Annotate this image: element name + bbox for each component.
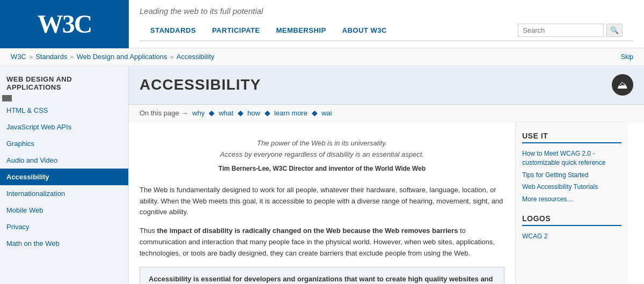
on-page-label: On this page → <box>140 109 188 117</box>
sidebar: WEB DESIGN AND APPLICATIONS HTML & CSS J… <box>0 65 129 284</box>
breadcrumb-standards[interactable]: Standards <box>35 53 67 61</box>
logos-section: LOGOS WCAG 2 <box>516 210 628 247</box>
sidebar-item-i18n[interactable]: Internationalization <box>0 185 128 202</box>
use-it-section: USE IT How to Meet WCAG 2.0 - customizab… <box>516 127 628 210</box>
sidebar-item-accessibility[interactable]: Accessibility <box>0 169 128 185</box>
sidebar-item-math[interactable]: Math on the Web <box>0 235 128 252</box>
rs-link-wcag[interactable]: How to Meet WCAG 2.0 - customizable quic… <box>522 148 621 169</box>
sidebar-right: USE IT How to Meet WCAG 2.0 - customizab… <box>515 122 628 284</box>
quote-attribution: Tim Berners-Lee, W3C Director and invent… <box>150 164 494 174</box>
sidebar-item-graphics[interactable]: Graphics <box>0 135 128 152</box>
sidebar-item-privacy[interactable]: Privacy <box>0 219 128 235</box>
para2-bold: the impact of disability is radically ch… <box>157 227 458 235</box>
skip-link[interactable]: Skip <box>621 53 633 61</box>
use-it-title: USE IT <box>522 132 621 143</box>
dot-4: ◆ <box>312 109 317 117</box>
on-page-what[interactable]: what <box>218 109 233 117</box>
on-page-nav: On this page → why ◆ what ◆ how ◆ learn … <box>129 105 644 122</box>
para2-prefix: Thus <box>140 227 157 235</box>
main-layout: WEB DESIGN AND APPLICATIONS HTML & CSS J… <box>0 65 644 284</box>
content-split: The power of the Web is in its universal… <box>129 122 644 284</box>
breadcrumb: W3C » Standards » Web Design and Applica… <box>0 48 644 65</box>
nav-participate[interactable]: PARTICIPATE <box>212 26 260 34</box>
site-header: W3C Leading the web to its full potentia… <box>0 0 644 48</box>
sidebar-item-html-css[interactable]: HTML & CSS <box>0 102 128 119</box>
rs-link-more[interactable]: More resources… <box>522 193 621 206</box>
quote-line1: The power of the Web is in its universal… <box>150 138 494 149</box>
highlight-box: Accessibility is essential for developer… <box>140 267 504 284</box>
on-page-how[interactable]: how <box>247 109 260 117</box>
rs-link-tutorials[interactable]: Web Accessibility Tutorials <box>522 181 621 193</box>
sidebar-icon <box>2 95 12 101</box>
breadcrumb-web-design[interactable]: Web Design and Applications <box>77 53 167 61</box>
logo-area[interactable]: W3C <box>0 0 129 48</box>
sidebar-item-audio-video[interactable]: Audio and Video <box>0 152 128 169</box>
tagline: Leading the web to its full potential <box>140 6 633 16</box>
search-area: 🔍 <box>518 24 623 37</box>
dot-1: ◆ <box>209 109 214 117</box>
nav-about[interactable]: ABOUT W3C <box>342 26 387 34</box>
para2: Thus the impact of disability is radical… <box>140 225 504 259</box>
page-icon: ⛰ <box>612 74 633 96</box>
breadcrumb-w3c[interactable]: W3C <box>11 53 26 61</box>
breadcrumb-sep-2: » <box>70 53 74 61</box>
logos-title: LOGOS <box>522 214 621 226</box>
search-input[interactable] <box>518 24 604 37</box>
dot-2: ◆ <box>238 109 243 117</box>
on-page-learn-more[interactable]: learn more <box>274 109 308 117</box>
rs-logo-wcag2[interactable]: WCAG 2 <box>522 230 621 243</box>
nav-standards[interactable]: STANDARDS <box>150 26 196 34</box>
para1: The Web is fundamentally designed to wor… <box>140 185 504 218</box>
quote-block: The power of the Web is in its universal… <box>140 133 504 185</box>
breadcrumb-sep-1: » <box>29 53 33 61</box>
rs-link-tips[interactable]: Tips for Getting Started <box>522 169 621 181</box>
header-right: Leading the web to its full potential ST… <box>129 6 644 41</box>
sidebar-item-mobile[interactable]: Mobile Web <box>0 202 128 219</box>
sidebar-item-js-apis[interactable]: JavaScript Web APIs <box>0 119 128 135</box>
main-content: The power of the Web is in its universal… <box>129 122 515 284</box>
content-area: ACCESSIBILITY ⛰ On this page → why ◆ wha… <box>129 65 644 284</box>
w3c-logo: W3C <box>38 9 92 39</box>
page-title: ACCESSIBILITY <box>140 76 261 93</box>
main-nav: STANDARDS PARTICIPATE MEMBERSHIP ABOUT W… <box>140 20 633 41</box>
breadcrumb-sep-3: » <box>170 53 174 61</box>
dot-3: ◆ <box>265 109 270 117</box>
quote-line2: Access by everyone regardless of disabil… <box>150 149 494 161</box>
page-title-bar: ACCESSIBILITY ⛰ <box>129 65 644 105</box>
on-page-wai[interactable]: wai <box>321 109 332 117</box>
sidebar-title: WEB DESIGN AND APPLICATIONS <box>0 71 128 93</box>
nav-membership[interactable]: MEMBERSHIP <box>276 26 326 34</box>
breadcrumb-accessibility[interactable]: Accessibility <box>177 53 215 61</box>
on-page-why[interactable]: why <box>192 109 204 117</box>
search-button[interactable]: 🔍 <box>606 24 623 37</box>
